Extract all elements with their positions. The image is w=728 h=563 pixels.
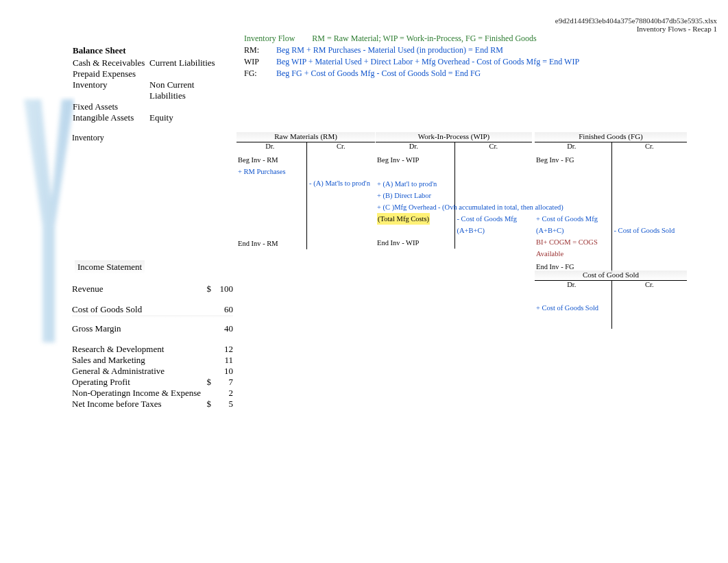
rm-title: Raw Materials (RM) [236, 132, 375, 142]
balance-sheet-title: Balance Sheet [73, 45, 232, 56]
cogs-in: + Cost of Goods Sold [536, 302, 607, 314]
wip-total: (Total Mfg Costs) [377, 213, 450, 225]
wip-title: Work-In-Process (WIP) [376, 132, 532, 142]
wip-dr-hdr: Dr. [376, 142, 455, 153]
income-currency: $ [202, 284, 211, 295]
page-footer: e9d2d1449f33eb404a375e788040b47db53e5935… [555, 16, 717, 33]
bs-left-2: Inventory [73, 79, 149, 101]
t-account-rm: Raw Materials (RM) Dr. Cr. Beg Inv - RM … [236, 132, 375, 249]
formula-fg-key: FG: [244, 68, 274, 79]
inventory-label: Inventory [72, 133, 104, 143]
income-row: Operating Profit$7 [72, 377, 233, 388]
income-statement-title: Income Statement [75, 260, 145, 274]
balance-sheet-row: Prepaid Expenses [73, 68, 232, 79]
income-label: Cost of Goods Sold [72, 304, 202, 315]
page-content: Inventory Flow RM = Raw Material; WIP = … [0, 0, 728, 47]
income-separator [72, 295, 233, 304]
income-row: Revenue$100 [72, 284, 233, 295]
bs-left-1: Prepaid Expenses [73, 68, 149, 79]
bs-right-2: Non Current Liabilities [149, 79, 232, 101]
income-statement: Income Statement Revenue$100Cost of Good… [72, 260, 233, 410]
bs-left-0: Cash & Receivables [73, 58, 149, 68]
formula-rm-val: Beg RM + RM Purchases - Material Used (i… [276, 45, 503, 55]
income-value: 40 [211, 323, 233, 334]
income-value: 60 [211, 304, 233, 315]
fg-cogs-out: - Cost of Goods Sold [614, 225, 685, 236]
footer-sheet: Inventory Flows - Recap 1 [555, 25, 717, 33]
rm-beg: Beg Inv - RM [238, 154, 302, 166]
watermark-letter [21, 96, 75, 349]
fg-cogm-in: + Cost of Goods Mfg (A+B+C) [536, 213, 607, 236]
formula-wip: WIP Beg WIP + Material Used + Direct Lab… [244, 57, 579, 68]
income-currency: $ [202, 399, 211, 410]
balance-sheet: Balance Sheet Cash & ReceivablesCurrent … [73, 45, 232, 123]
inventory-flow-header: Inventory Flow RM = Raw Material; WIP = … [244, 34, 537, 44]
fg-dr-hdr: Dr. [535, 142, 612, 153]
bs-right-0: Current Liabilities [149, 58, 232, 68]
footer-filename: e9d2d1449f33eb404a375e788040b47db53e5935… [555, 16, 717, 25]
formula-rm-key: RM: [244, 45, 274, 55]
fg-avail: BI+ COGM = COGS Available [536, 236, 607, 260]
balance-sheet-row: Intangible AssetsEquity [73, 112, 232, 123]
income-value: 2 [211, 388, 233, 399]
cogs-cr-hdr: Cr. [612, 281, 688, 291]
formula-wip-key: WIP [244, 57, 274, 67]
rm-purchases: + RM Purchases [238, 166, 302, 177]
balance-sheet-row: Cash & ReceivablesCurrent Liabilities [73, 58, 232, 68]
fg-cr-hdr: Cr. [612, 142, 688, 153]
income-row: Sales and Marketing11 [72, 355, 233, 366]
t-account-cogs: Cost of Good Sold Dr. Cr. + Cost of Good… [535, 271, 687, 329]
bs-left-3: Fixed Assets [73, 101, 149, 112]
income-row: General & Administrative10 [72, 366, 233, 377]
wip-matl: + (A) Mat'l to prod'n [377, 178, 450, 190]
income-value: 11 [211, 355, 233, 366]
inventory-flow-desc: RM = Raw Material; WIP = Work-in-Process… [312, 34, 536, 43]
rm-end: End Inv - RM [238, 238, 302, 249]
wip-cogm-out: - Cost of Goods Mfg (A+B+C) [457, 213, 531, 236]
balance-sheet-row: Fixed Assets [73, 101, 232, 112]
income-label: Revenue [72, 284, 202, 295]
bs-right-1 [149, 68, 232, 79]
bs-right-3 [149, 101, 232, 112]
income-separator [72, 334, 233, 344]
inventory-flow-label: Inventory Flow [244, 34, 295, 43]
bs-right-4: Equity [149, 112, 232, 123]
income-value: 12 [211, 344, 233, 355]
cogs-title: Cost of Good Sold [535, 271, 687, 281]
rm-mat-out: - (A) Mat'ls to prod'n [309, 177, 374, 189]
income-row: Cost of Goods Sold60 [72, 304, 233, 315]
formula-block: RM: Beg RM + RM Purchases - Material Use… [244, 45, 579, 80]
t-account-wip: Work-In-Process (WIP) Dr. Cr. Beg Inv - … [376, 132, 532, 249]
income-value: 7 [211, 377, 233, 388]
formula-wip-val: Beg WIP + Material Used + Direct Labor +… [276, 57, 579, 66]
wip-beg: Beg Inv - WIP [377, 154, 450, 166]
income-label: Net Income before Taxes [72, 399, 202, 410]
income-currency: $ [202, 377, 211, 388]
income-label: General & Administrative [72, 366, 202, 377]
rm-cr-hdr: Cr. [307, 142, 376, 153]
income-value: 100 [211, 284, 233, 295]
wip-end: End Inv - WIP [377, 237, 450, 249]
wip-dl: + (B) Direct Labor [377, 190, 450, 201]
income-separator [72, 315, 233, 318]
formula-rm: RM: Beg RM + RM Purchases - Material Use… [244, 45, 579, 57]
income-label: Gross Margin [72, 323, 202, 334]
formula-fg-val: Beg FG + Cost of Goods Mfg - Cost of Goo… [276, 68, 481, 78]
balance-sheet-row: InventoryNon Current Liabilities [73, 79, 232, 101]
formula-fg: FG: Beg FG + Cost of Goods Mfg - Cost of… [244, 68, 579, 80]
income-row: Non-Operatingn Income & Expense2 [72, 388, 233, 399]
t-account-fg: Finished Goods (FG) Dr. Cr. Beg Inv - FG… [535, 132, 687, 273]
income-row: Research & Development12 [72, 344, 233, 355]
income-label: Operating Profit [72, 377, 202, 388]
income-label: Research & Development [72, 344, 202, 355]
income-value: 10 [211, 366, 233, 377]
income-label: Sales and Marketing [72, 355, 202, 366]
bs-left-4: Intangible Assets [73, 112, 149, 123]
income-row: Gross Margin40 [72, 323, 233, 334]
fg-beg: Beg Inv - FG [536, 154, 607, 166]
income-row: Net Income before Taxes$5 [72, 399, 233, 410]
income-value: 5 [211, 399, 233, 410]
fg-title: Finished Goods (FG) [535, 132, 687, 142]
rm-dr-hdr: Dr. [236, 142, 307, 153]
cogs-dr-hdr: Dr. [535, 281, 612, 291]
